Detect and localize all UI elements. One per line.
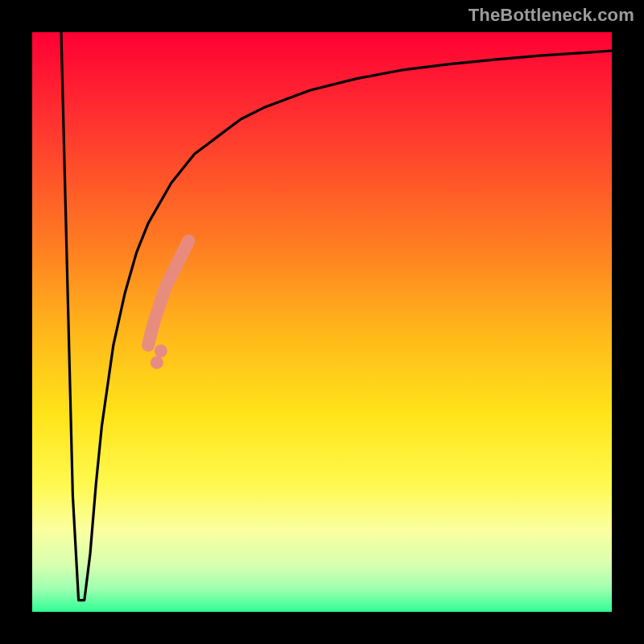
chart-svg xyxy=(32,32,612,612)
bottleneck-curve xyxy=(61,32,612,601)
chart-frame: TheBottleneck.com xyxy=(0,0,644,644)
salmon-dot xyxy=(151,356,163,369)
plot-area xyxy=(32,32,612,612)
salmon-band xyxy=(148,241,188,345)
salmon-dot xyxy=(155,345,167,357)
watermark-text: TheBottleneck.com xyxy=(469,5,634,26)
